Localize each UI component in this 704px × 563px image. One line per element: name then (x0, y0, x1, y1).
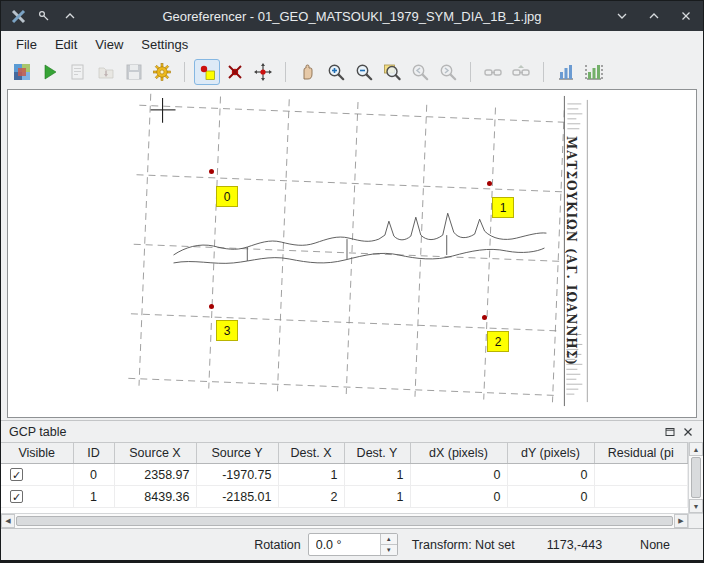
col-source-y[interactable]: Source Y (196, 443, 278, 464)
menu-view[interactable]: View (86, 34, 132, 55)
maximize-icon[interactable] (645, 7, 663, 25)
zoom-to-layer-icon (382, 62, 402, 82)
zoom-in-icon (326, 62, 346, 82)
app-icon (9, 7, 27, 25)
zoom-out-button[interactable] (351, 59, 377, 85)
cell-visible[interactable]: ✓ (1, 486, 73, 508)
minimize-icon[interactable] (613, 7, 631, 25)
zoom-next-button[interactable] (435, 59, 461, 85)
cell-visible[interactable]: ✓ (1, 464, 73, 486)
gcp-point-2[interactable] (482, 315, 487, 320)
gcp-label-0[interactable]: 0 (216, 186, 238, 207)
table-horizontal-scrollbar[interactable]: ◀ ▶ (1, 513, 688, 528)
toolbar (1, 57, 703, 87)
scroll-left-icon[interactable]: ◀ (1, 514, 15, 528)
col-dy[interactable]: dY (pixels) (507, 443, 594, 464)
cell-dx[interactable]: 0 (410, 486, 507, 508)
cell-residual[interactable] (594, 486, 688, 508)
gcp-point-3[interactable] (209, 304, 214, 309)
generate-gdal-script-button[interactable] (65, 59, 91, 85)
close-panel-icon[interactable] (681, 425, 695, 439)
menu-file[interactable]: File (7, 34, 46, 55)
menu-settings[interactable]: Settings (132, 34, 197, 55)
cell-dest-y[interactable]: 1 (344, 486, 410, 508)
col-id[interactable]: ID (73, 443, 114, 464)
load-gcp-points-button[interactable] (93, 59, 119, 85)
cell-source-x[interactable]: 8439.36 (114, 486, 196, 508)
rotation-input[interactable] (309, 534, 380, 555)
map-canvas[interactable]: ΜΑΤΣΟΥΚΙΩΝ (ΑΓ. ΙΩΑΝΝΗΣ) 0 1 2 3 (7, 89, 697, 418)
cell-source-x[interactable]: 2358.97 (114, 464, 196, 486)
table-row[interactable]: ✓ 0 2358.97 -1970.75 1 1 0 0 (1, 464, 688, 486)
toolbar-separator (184, 62, 185, 82)
delete-point-button[interactable] (222, 59, 248, 85)
titlebar[interactable]: Georeferencer - 01_GEO_MATSOUKI_1979_SYM… (1, 1, 703, 31)
gcp-point-1[interactable] (487, 181, 492, 186)
cell-dest-x[interactable]: 2 (278, 486, 344, 508)
link-georeferencer-icon (483, 62, 503, 82)
col-dx[interactable]: dX (pixels) (410, 443, 507, 464)
link-qgis-to-georeferencer-button[interactable] (508, 59, 534, 85)
col-dest-y[interactable]: Dest. Y (344, 443, 410, 464)
cell-residual[interactable] (594, 464, 688, 486)
visible-checkbox[interactable]: ✓ (10, 468, 23, 481)
zoom-in-button[interactable] (323, 59, 349, 85)
visible-checkbox[interactable]: ✓ (10, 490, 23, 503)
local-histogram-stretch-button[interactable] (581, 59, 607, 85)
delete-point-icon (225, 62, 245, 82)
cell-dy[interactable]: 0 (507, 464, 594, 486)
local-histogram-stretch-icon (584, 62, 604, 82)
cell-source-y[interactable]: -1970.75 (196, 464, 278, 486)
float-panel-icon[interactable] (663, 425, 677, 439)
crs-status: None (640, 538, 670, 552)
add-point-button[interactable] (194, 59, 220, 85)
scroll-up-icon[interactable]: ▲ (689, 442, 703, 456)
gcp-label-3[interactable]: 3 (216, 320, 238, 341)
crosshair-cursor (151, 98, 176, 123)
pin-icon[interactable] (35, 7, 53, 25)
move-gcp-point-button[interactable] (250, 59, 276, 85)
cell-dy[interactable]: 0 (507, 486, 594, 508)
open-raster-button[interactable] (9, 59, 35, 85)
transformation-settings-button[interactable] (149, 59, 175, 85)
table-row[interactable]: ✓ 1 8439.36 -2185.01 2 1 0 0 (1, 486, 688, 508)
cursor-coords: 1173,-443 (547, 538, 602, 552)
spin-down-icon[interactable]: ▼ (381, 545, 397, 555)
start-georeferencing-button[interactable] (37, 59, 63, 85)
col-source-x[interactable]: Source X (114, 443, 196, 464)
zoom-next-icon (438, 62, 458, 82)
cell-id[interactable]: 1 (73, 486, 114, 508)
pan-button[interactable] (295, 59, 321, 85)
col-visible[interactable]: Visible (1, 443, 73, 464)
gcp-label-2[interactable]: 2 (487, 331, 509, 352)
save-gcp-points-button[interactable] (121, 59, 147, 85)
map-parcel-lines (174, 213, 547, 263)
gcp-label-1[interactable]: 1 (492, 197, 514, 218)
table-vertical-scrollbar[interactable]: ▲ ▼ (688, 442, 703, 513)
cell-dest-x[interactable]: 1 (278, 464, 344, 486)
window-title: Georeferencer - 01_GEO_MATSOUKI_1979_SYM… (1, 9, 703, 24)
link-qgis-icon (511, 62, 531, 82)
zoom-to-layer-button[interactable] (379, 59, 405, 85)
gcp-table-title: GCP table (9, 425, 66, 439)
link-georeferencer-to-qgis-button[interactable] (480, 59, 506, 85)
close-icon[interactable] (677, 7, 695, 25)
scroll-down-icon[interactable]: ▼ (689, 499, 703, 513)
cell-dest-y[interactable]: 1 (344, 464, 410, 486)
cell-id[interactable]: 0 (73, 464, 114, 486)
horizontal-scroll-thumb[interactable] (16, 516, 673, 526)
full-histogram-stretch-button[interactable] (553, 59, 579, 85)
zoom-last-button[interactable] (407, 59, 433, 85)
spin-up-icon[interactable]: ▲ (381, 534, 397, 545)
scroll-right-icon[interactable]: ▶ (674, 514, 688, 528)
rotation-spinbox[interactable]: ▲ ▼ (308, 533, 398, 556)
vertical-scroll-thumb[interactable] (691, 457, 701, 498)
cell-source-y[interactable]: -2185.01 (196, 486, 278, 508)
col-residual[interactable]: Residual (pi (594, 443, 688, 464)
menu-edit[interactable]: Edit (46, 34, 86, 55)
col-dest-x[interactable]: Dest. X (278, 443, 344, 464)
gcp-point-0[interactable] (209, 169, 214, 174)
map-grid (128, 93, 568, 402)
shade-icon[interactable] (61, 7, 79, 25)
cell-dx[interactable]: 0 (410, 464, 507, 486)
